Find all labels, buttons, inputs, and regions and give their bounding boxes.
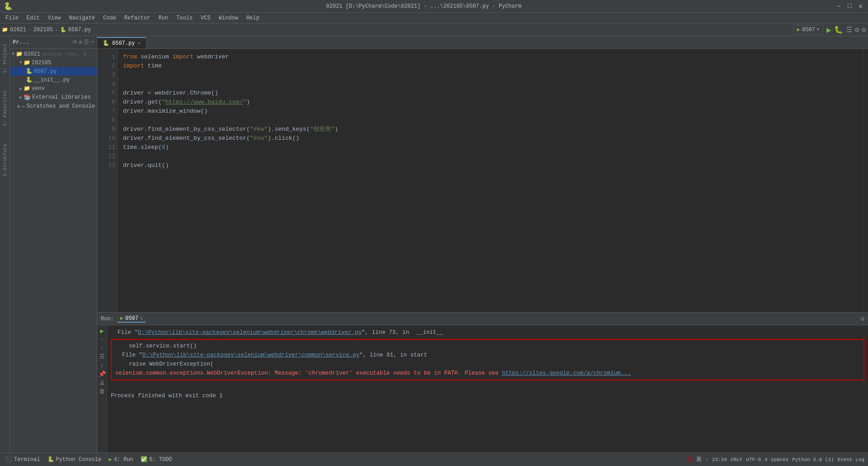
folder-202105-name: 202105 — [32, 60, 51, 66]
bottom-terminal[interactable]: ⬛ Terminal — [4, 455, 42, 464]
tree-scratches[interactable]: ▶ ✏ Scratches and Console — [10, 102, 97, 111]
lang-indicator[interactable]: 英 — [696, 456, 702, 463]
project-header: Pr... ⟳ ⚙ ☰ — — [10, 36, 97, 49]
bottom-python-console[interactable]: 🐍 Python Console — [46, 455, 104, 464]
run-header: Run: ▶ 0507 ✕ ⚙ — [97, 313, 868, 325]
tree-venv[interactable]: ▶ 📁 venv — [10, 84, 97, 93]
breadcrumb-root[interactable]: 02021 — [10, 27, 26, 33]
run-clear-button[interactable]: 🗑 — [99, 388, 105, 395]
python-console-label: Python Console — [56, 456, 102, 463]
run-scroll-up[interactable]: ↑ — [100, 337, 104, 343]
left-vertical-tabs: 1: Project 2: Favorites Z-Structure — [0, 36, 10, 452]
editor-tabs: 🐍 0507.py ✕ — [97, 36, 868, 49]
menu-view[interactable]: View — [44, 14, 65, 22]
menu-help[interactable]: Help — [243, 14, 263, 22]
project-panel: Pr... ⟳ ⚙ ☰ — ▼ 📁 02021 sources root, D … — [10, 36, 97, 452]
line-num-5: 5 — [99, 89, 115, 98]
root-name: 02021 — [24, 51, 40, 57]
line-num-13: 13 — [99, 161, 115, 170]
run-action-buttons: ▶ ↑ ↓ ☰ ↕ 📌 🖨 🗑 — [97, 325, 107, 452]
code-editor[interactable]: 1 2 3 4 5 6 7 8 9 10 11 12 13 from selen… — [97, 49, 868, 312]
run-pin-button[interactable]: 📌 — [99, 371, 106, 378]
run-button[interactable]: ▶ — [826, 25, 831, 35]
run-tab-close[interactable]: ✕ — [140, 315, 143, 321]
run-scroll-down[interactable]: ↓ — [100, 345, 104, 351]
file-init-name: __init__.py — [34, 77, 70, 83]
project-header-icons: ⟳ ⚙ ☰ — — [73, 39, 94, 46]
menu-vcs[interactable]: VCS — [197, 14, 214, 22]
run-tab-0507[interactable]: ▶ 0507 ✕ — [118, 315, 146, 323]
error-line-2: File "D:\Python\lib\site-packages\seleni… — [115, 351, 860, 360]
tree-root[interactable]: ▼ 📁 02021 sources root, D — [10, 50, 97, 58]
bottom-run[interactable]: ▶ 4: Run — [107, 455, 135, 464]
status-indent[interactable]: 4 spaces — [764, 457, 788, 462]
tree-file-0507[interactable]: 🐍 0507.py — [10, 67, 97, 76]
vtab-project[interactable]: 1: Project — [1, 40, 9, 77]
expand-arrow-venv: ▶ — [19, 86, 22, 91]
code-content[interactable]: from selenium import webdriver import ti… — [118, 49, 863, 312]
sogou-icon[interactable]: S — [688, 455, 693, 464]
todo-label: 6: TODO — [149, 456, 172, 463]
main-area: 1: Project 2: Favorites Z-Structure Pr..… — [0, 36, 868, 452]
tree-folder-202105[interactable]: ▼ 📁 202105 — [10, 58, 97, 67]
menu-file[interactable]: File — [2, 14, 22, 22]
run-blank-line — [111, 382, 864, 391]
close-button[interactable]: ✕ — [857, 2, 864, 10]
close-panel-icon[interactable]: — — [91, 39, 94, 46]
menu-edit[interactable]: Edit — [23, 14, 43, 22]
run-output[interactable]: File "D:\Python\lib\site-packages\seleni… — [107, 325, 868, 452]
run-print-button[interactable]: 🖨 — [99, 380, 105, 386]
tree-file-init[interactable]: 🐍 __init__.py — [10, 76, 97, 84]
run-exit-line: Process finished with exit code 1 — [111, 391, 864, 400]
line-num-6: 6 — [99, 98, 115, 107]
editor-tab-0507[interactable]: 🐍 0507.py ✕ — [97, 37, 146, 48]
breadcrumb-folder[interactable]: 202105 — [33, 27, 53, 33]
settings-button[interactable]: ⚙ — [862, 25, 866, 34]
py-file-0507-icon: 🐍 — [26, 68, 33, 75]
venv-name: venv — [32, 86, 45, 92]
line-num-7: 7 — [99, 107, 115, 116]
profile-button[interactable]: ⚙ — [855, 25, 859, 34]
debug-button[interactable]: 🐛 — [834, 25, 843, 34]
dot-indicator: · — [705, 456, 708, 463]
python-console-icon: 🐍 — [47, 456, 54, 463]
maximize-button[interactable]: □ — [846, 2, 853, 10]
code-line-5: driver = webdriver.Chrome() — [123, 89, 857, 98]
code-line-4 — [123, 80, 857, 89]
sync-icon[interactable]: ⟳ — [73, 39, 77, 46]
run-settings-button[interactable]: ⚙ — [861, 315, 864, 323]
run-play-button[interactable]: ▶ — [100, 327, 104, 335]
menu-bar: File Edit View Navigate Code Refactor Ru… — [0, 13, 868, 24]
tab-close-button[interactable]: ✕ — [137, 40, 141, 46]
menu-run[interactable]: Run — [155, 14, 172, 22]
error-line-4: selenium.common.exceptions.WebDriverExce… — [115, 369, 860, 378]
editor-run-area: 🐍 0507.py ✕ 1 2 3 4 5 6 7 8 9 — [97, 36, 868, 452]
menu-refactor[interactable]: Refactor — [121, 14, 154, 22]
run-wrap-button[interactable]: ↕ — [100, 362, 104, 369]
menu-code[interactable]: Code — [99, 14, 120, 22]
status-crlf[interactable]: CRLF — [731, 457, 742, 462]
breadcrumb-file[interactable]: 0507.py — [68, 27, 91, 33]
menu-tools[interactable]: Tools — [173, 14, 196, 22]
run-step-button[interactable]: ☰ — [99, 353, 105, 360]
folder-icon: 📁 — [2, 27, 8, 33]
event-log[interactable]: Event Log — [838, 457, 864, 462]
root-label: sources root, D — [42, 52, 86, 57]
status-python[interactable]: Python 3.8 (3) — [792, 457, 834, 462]
code-line-6: driver.get("https://www.baidu.com/") — [123, 98, 857, 107]
run-config-dropdown[interactable]: ▶ 0507 ▼ — [793, 25, 824, 34]
settings-icon[interactable]: ☰ — [84, 39, 89, 46]
bottom-bar: ⬛ Terminal 🐍 Python Console ▶ 4: Run ✅ 6… — [0, 452, 868, 466]
minimize-button[interactable]: — — [835, 2, 842, 10]
gear-icon[interactable]: ⚙ — [79, 39, 82, 46]
menu-navigate[interactable]: Navigate — [65, 14, 99, 22]
tree-external-libs[interactable]: ▶ 📚 External Libraries — [10, 93, 97, 102]
line-num-1: 1 — [99, 52, 115, 62]
run-config-label: 0507 — [802, 27, 815, 33]
status-charset[interactable]: UTF-8 — [746, 457, 761, 462]
vtab-structure[interactable]: Z-Structure — [1, 140, 9, 180]
vtab-favorites[interactable]: 2: Favorites — [1, 87, 9, 130]
bottom-todo[interactable]: ✅ 6: TODO — [139, 455, 174, 464]
coverage-button[interactable]: ☰ — [846, 25, 852, 34]
menu-window[interactable]: Window — [215, 14, 242, 22]
